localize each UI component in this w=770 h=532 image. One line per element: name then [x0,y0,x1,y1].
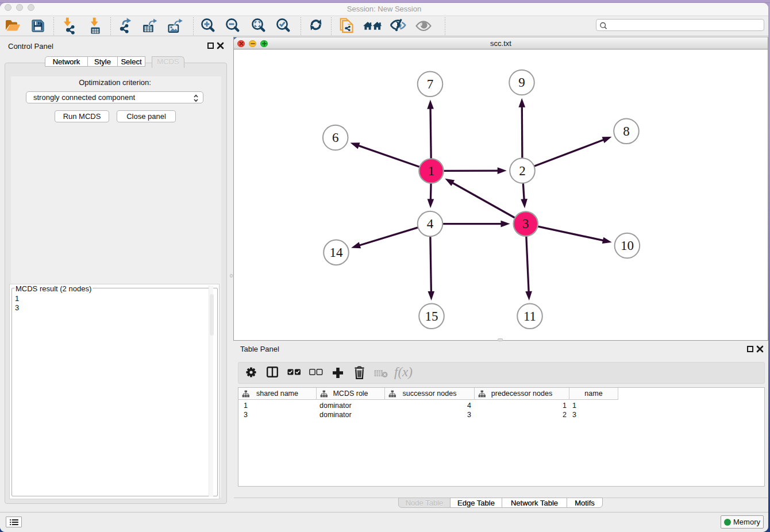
svg-text:4: 4 [427,217,434,231]
svg-text:15: 15 [425,309,438,323]
svg-text:6: 6 [332,130,339,145]
svg-text:7: 7 [427,77,434,91]
svg-text:8: 8 [623,124,630,138]
svg-text:9: 9 [518,75,525,90]
svg-text:3: 3 [522,217,529,231]
svg-text:2: 2 [519,164,526,178]
svg-text:10: 10 [621,238,634,253]
svg-text:11: 11 [523,309,536,323]
svg-text:1: 1 [428,164,435,178]
svg-text:14: 14 [330,245,344,260]
